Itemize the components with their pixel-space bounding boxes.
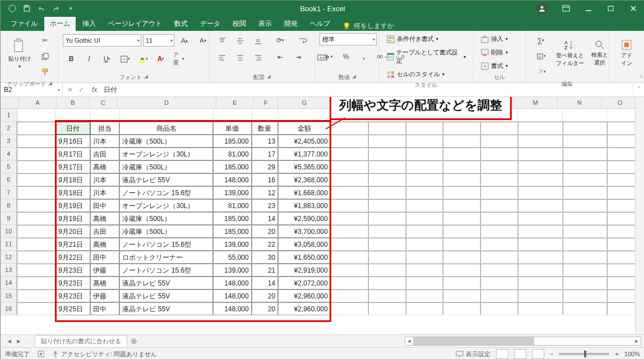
cell[interactable] xyxy=(368,160,406,173)
cell[interactable] xyxy=(563,225,607,238)
cell[interactable] xyxy=(480,302,518,315)
cell[interactable] xyxy=(443,212,480,225)
cell[interactable] xyxy=(443,225,480,238)
row-header[interactable]: 2 xyxy=(1,122,17,135)
sheet-tab[interactable]: 貼り付け先の書式に合わせる xyxy=(35,335,127,347)
cell[interactable] xyxy=(368,173,406,186)
cell[interactable]: 13 xyxy=(252,135,278,148)
cell[interactable]: 185,000 xyxy=(213,212,252,225)
tab-review[interactable]: 校閲 xyxy=(227,17,252,31)
cell[interactable] xyxy=(368,186,406,199)
percent-icon[interactable]: % xyxy=(337,49,354,64)
cell[interactable] xyxy=(563,186,607,199)
cell[interactable]: 田中 xyxy=(90,302,120,315)
cell[interactable] xyxy=(480,186,518,199)
col-header[interactable]: F xyxy=(254,97,278,108)
cell[interactable] xyxy=(331,277,368,289)
cell[interactable] xyxy=(368,199,406,212)
cell[interactable] xyxy=(406,302,443,315)
cell[interactable]: 9月16日 xyxy=(55,135,90,148)
cell[interactable] xyxy=(480,277,518,289)
cell[interactable] xyxy=(331,199,368,212)
tab-formulas[interactable]: 数式 xyxy=(169,17,193,31)
cell[interactable]: 185,000 xyxy=(213,160,252,173)
cell[interactable]: 30 xyxy=(252,251,278,264)
cell[interactable]: ¥1,668,000 xyxy=(278,186,331,199)
row-header[interactable]: 10 xyxy=(1,225,17,238)
cell[interactable] xyxy=(331,289,368,302)
row-header[interactable]: 12 xyxy=(1,251,17,264)
cell[interactable] xyxy=(563,173,607,186)
account-avatar[interactable] xyxy=(532,1,555,16)
cell[interactable] xyxy=(406,225,443,238)
cell[interactable] xyxy=(368,264,406,277)
cell[interactable] xyxy=(518,199,562,212)
cell[interactable] xyxy=(480,212,518,225)
cell[interactable]: ¥5,365,000 xyxy=(278,160,331,173)
cancel-formula-icon[interactable]: ✕ xyxy=(67,86,73,94)
cell[interactable]: ロボットクリーナー xyxy=(119,251,213,264)
cell[interactable]: 9月17日 xyxy=(55,160,90,173)
number-format-combo[interactable]: 標準▾ xyxy=(319,33,377,45)
cell[interactable]: 55,000 xyxy=(213,251,252,264)
cell[interactable] xyxy=(563,289,607,302)
col-header[interactable]: C xyxy=(90,97,117,108)
cell[interactable]: ノートパソコン 15.6型 xyxy=(119,186,213,199)
cell[interactable]: 12 xyxy=(252,186,278,199)
cell[interactable] xyxy=(331,212,368,225)
cell[interactable] xyxy=(563,251,607,264)
close-button[interactable] xyxy=(622,1,644,16)
fill-color-button[interactable]: ▾ xyxy=(135,52,151,66)
cell[interactable]: 20 xyxy=(252,302,278,315)
decrease-indent-icon[interactable]: ⇤ xyxy=(272,50,289,65)
cell[interactable]: 田中 xyxy=(90,199,120,212)
orientation-icon[interactable]: ⟳▾ xyxy=(272,33,289,48)
row-header[interactable]: 14 xyxy=(1,277,17,289)
cell[interactable] xyxy=(563,135,607,148)
cell[interactable] xyxy=(480,135,518,148)
insert-cells-button[interactable]: 挿入 ▾ xyxy=(478,33,511,45)
cell[interactable] xyxy=(17,135,55,148)
cell[interactable] xyxy=(406,264,443,277)
cell[interactable] xyxy=(331,160,368,173)
cell[interactable] xyxy=(55,109,90,122)
cell[interactable]: ¥2,590,000 xyxy=(278,212,331,225)
cell[interactable] xyxy=(331,122,368,135)
cell[interactable]: 21 xyxy=(252,264,278,277)
cell[interactable] xyxy=(331,264,368,277)
cell[interactable] xyxy=(17,277,55,289)
font-name-combo[interactable]: Yu Gothic UI▾ xyxy=(63,34,141,47)
row-header[interactable]: 11 xyxy=(1,238,17,251)
cell[interactable]: 9月21日 xyxy=(55,238,90,251)
cell[interactable]: 9月23日 xyxy=(55,264,90,277)
cell[interactable]: 冷蔵庫（500L） xyxy=(119,135,213,148)
cell[interactable]: ¥3,700,000 xyxy=(278,225,331,238)
cell[interactable] xyxy=(563,122,607,135)
cell[interactable]: 9月23日 xyxy=(55,277,90,289)
cell[interactable]: 田中 xyxy=(90,251,120,264)
cell[interactable] xyxy=(518,122,562,135)
cell[interactable] xyxy=(17,251,55,264)
cell[interactable] xyxy=(368,225,406,238)
tab-developer[interactable]: 開発 xyxy=(279,17,303,31)
cell[interactable] xyxy=(368,135,406,148)
cell[interactable]: 14 xyxy=(252,212,278,225)
zoom-in-icon[interactable]: + xyxy=(615,351,618,357)
cell[interactable] xyxy=(480,264,518,277)
cell[interactable]: ¥2,368,000 xyxy=(278,173,331,186)
cell[interactable]: 液晶テレビ 55V xyxy=(119,289,213,302)
cell[interactable]: 185,000 xyxy=(213,135,252,148)
cell[interactable]: 16 xyxy=(252,173,278,186)
cell[interactable] xyxy=(480,173,518,186)
increase-font-icon[interactable]: A▴ xyxy=(176,33,193,48)
cell[interactable] xyxy=(443,148,480,160)
zoom-out-icon[interactable]: − xyxy=(550,351,553,357)
tab-help[interactable]: ヘルプ xyxy=(304,17,336,31)
cell[interactable]: ¥2,072,000 xyxy=(278,277,331,289)
tab-view[interactable]: 表示 xyxy=(253,17,277,31)
cell[interactable] xyxy=(17,302,55,315)
tab-page-layout[interactable]: ページレイアウト xyxy=(103,17,168,31)
save-icon[interactable] xyxy=(21,2,33,15)
cell[interactable] xyxy=(518,238,562,251)
cell[interactable] xyxy=(331,251,368,264)
